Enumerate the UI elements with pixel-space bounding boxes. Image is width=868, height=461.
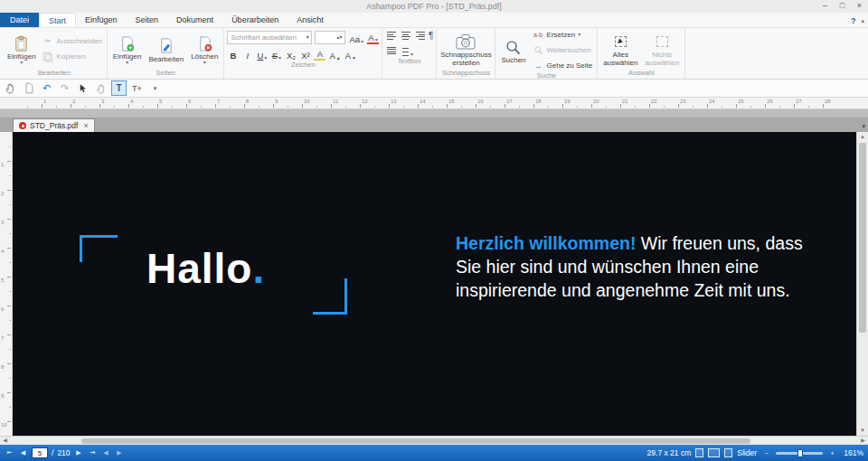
tab-einfuegen[interactable]: Einfügen: [76, 13, 127, 27]
highlight-color-button[interactable]: A: [314, 48, 326, 61]
scroll-up-icon[interactable]: ▲: [857, 132, 868, 142]
select-cursor-icon[interactable]: [75, 80, 90, 96]
group-label-zeichen: Zeichen: [227, 61, 379, 71]
select-none-button[interactable]: Nichts auswählen: [642, 31, 682, 67]
select-all-button[interactable]: Alles auswählen: [600, 31, 640, 67]
hand-tool-icon[interactable]: [93, 80, 108, 96]
next-page-button[interactable]: ▶: [74, 449, 84, 456]
ribbon-group-textbox: ¶ ▾ Textbox: [382, 29, 437, 79]
horizontal-scroll-thumb[interactable]: [81, 438, 750, 444]
vertical-scroll-thumb[interactable]: [859, 143, 866, 333]
replace-button[interactable]: a-b Ersetzen ▾: [531, 29, 595, 41]
pan-hand-icon[interactable]: [3, 80, 18, 96]
ribbon-group-seiten: Einfügen ▾ Bearbeiten Löschen ▾: [108, 29, 225, 79]
zoom-out-button[interactable]: −: [761, 450, 771, 456]
insert-page-button[interactable]: Einfügen ▾: [110, 33, 145, 65]
continuous-view-icon[interactable]: [724, 448, 732, 457]
replace-icon: a-b: [533, 29, 544, 41]
strikethrough-button[interactable]: S ▾: [270, 48, 282, 61]
next-view-button[interactable]: ▶: [115, 449, 125, 456]
menu-bar: Datei Start Einfügen Seiten Dokument Übe…: [0, 13, 868, 28]
decoration-bracket-bottomright: [313, 278, 347, 315]
previous-page-button[interactable]: ◀: [18, 449, 28, 456]
cut-button[interactable]: ✂ Ausschneiden: [41, 35, 104, 47]
edit-page-button[interactable]: Bearbeiten: [146, 35, 186, 63]
chevron-down-icon: ▾: [375, 38, 378, 42]
zoom-slider-thumb[interactable]: [797, 449, 803, 457]
ribbon-group-zeichen: Schriftart auswählen ▾ ▴▾ Aa ▾ A ▾: [224, 29, 382, 79]
paste-button[interactable]: Einfügen ▾: [5, 33, 39, 65]
ribbon-group-schnappschuss: Schnappschuss erstellen Schnappschuss: [437, 29, 495, 79]
undo-icon[interactable]: ↶: [39, 80, 54, 96]
first-page-button[interactable]: ⇤: [5, 449, 14, 456]
single-page-view-icon[interactable]: [695, 448, 703, 457]
tab-seiten[interactable]: Seiten: [127, 13, 168, 27]
chevron-down-icon: ▾: [361, 40, 363, 44]
select-all-icon: [615, 33, 627, 51]
tab-close-icon[interactable]: ×: [83, 121, 88, 130]
tab-dokument[interactable]: Dokument: [167, 13, 222, 27]
previous-view-button[interactable]: ◀: [101, 449, 111, 456]
font-size-select[interactable]: ▴▾: [315, 31, 345, 44]
tab-ansicht[interactable]: Ansicht: [288, 13, 333, 27]
vertical-scrollbar[interactable]: ▲ ▼: [856, 132, 868, 436]
minimize-button[interactable]: –: [816, 0, 834, 13]
collapse-ribbon-icon[interactable]: ▴: [861, 17, 864, 24]
group-label-textbox: Textbox: [385, 57, 433, 67]
toolbar-overflow-icon[interactable]: ▾: [147, 80, 163, 96]
underline-button[interactable]: U ▾: [256, 48, 268, 61]
chevron-down-icon: ▾: [578, 33, 580, 37]
line-spacing-button[interactable]: ▾: [400, 44, 414, 57]
help-icon[interactable]: ?: [851, 16, 856, 25]
ribbon-group-bearbeiten: Einfügen ▾ ✂ Ausschneiden Kopieren: [2, 29, 108, 79]
scroll-down-icon[interactable]: ▼: [857, 426, 868, 436]
tab-list-icon[interactable]: ▾: [862, 123, 865, 130]
align-right-icon[interactable]: [414, 31, 426, 41]
two-page-view-icon[interactable]: [708, 448, 720, 457]
tab-ueberarbeiten[interactable]: Überarbeiten: [222, 13, 288, 27]
zoom-slider[interactable]: [776, 452, 823, 455]
document-tab[interactable]: STD_Präs.pdf ×: [13, 118, 95, 132]
page-icon[interactable]: [21, 80, 36, 96]
document-tab-label: STD_Präs.pdf: [30, 121, 78, 130]
quick-toolbar: ↶ ↷ T T+ ▾: [0, 80, 868, 98]
change-case-button[interactable]: Aa ▾: [348, 32, 364, 44]
current-page-input[interactable]: 5: [32, 447, 48, 458]
tab-start[interactable]: Start: [39, 13, 76, 27]
vertical-ruler: 12345678910: [0, 132, 13, 436]
bold-button[interactable]: B: [227, 48, 239, 61]
maximize-button[interactable]: □: [834, 0, 851, 13]
last-page-button[interactable]: ⇥: [88, 449, 98, 456]
tab-datei[interactable]: Datei: [0, 13, 39, 27]
pilcrow-icon[interactable]: ¶: [429, 31, 433, 41]
copy-button[interactable]: Kopieren: [41, 51, 104, 62]
text-tool-button[interactable]: T: [111, 80, 127, 96]
window-title: Ashampoo PDF Pro - [STD_Präs.pdf]: [366, 2, 502, 11]
zoom-in-button[interactable]: +: [827, 450, 837, 456]
subscript-button[interactable]: X₂: [285, 48, 297, 61]
slide-title-text[interactable]: Hallo.: [146, 244, 265, 293]
italic-button[interactable]: I: [241, 48, 253, 61]
slide-body-text[interactable]: Herzlich willkommen! Wir freuen uns, das…: [456, 231, 812, 302]
grow-font-button[interactable]: A ▲: [328, 48, 341, 61]
scroll-left-icon[interactable]: ◀: [0, 437, 10, 445]
scroll-right-icon[interactable]: ▶: [858, 437, 868, 445]
text-color-button[interactable]: A ▾: [367, 32, 379, 44]
shrink-font-button[interactable]: A ▼: [344, 48, 357, 61]
superscript-button[interactable]: X²: [299, 48, 311, 61]
snapshot-button[interactable]: Schnappschuss erstellen: [439, 31, 492, 67]
search-button[interactable]: Suchen: [498, 36, 528, 64]
font-family-select[interactable]: Schriftart auswählen ▾: [227, 31, 312, 44]
select-none-icon: [656, 33, 668, 51]
align-center-icon[interactable]: [400, 31, 411, 41]
document-canvas[interactable]: Hallo. Herzlich willkommen! Wir freuen u…: [13, 132, 856, 436]
goto-page-button[interactable]: → Gehe zu Seite: [531, 60, 595, 71]
horizontal-scrollbar[interactable]: ◀ ▶: [0, 436, 868, 445]
redo-icon[interactable]: ↷: [57, 80, 72, 96]
find-next-button[interactable]: Weitersuchen: [531, 44, 595, 56]
delete-page-button[interactable]: Löschen ▾: [188, 33, 221, 65]
close-button[interactable]: ×: [851, 0, 868, 13]
add-text-tool-button[interactable]: T+: [129, 80, 145, 96]
align-justify-icon[interactable]: [385, 46, 397, 56]
align-left-icon[interactable]: [385, 31, 397, 41]
